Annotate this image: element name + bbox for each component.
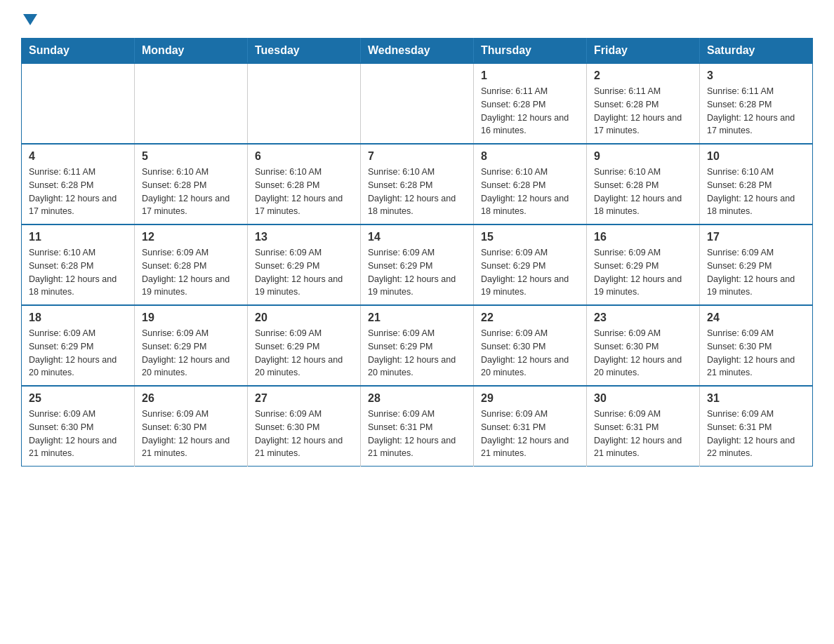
- day-number: 20: [255, 311, 353, 324]
- day-info: Sunrise: 6:10 AMSunset: 6:28 PMDaylight:…: [594, 166, 692, 218]
- calendar-week-row: 25Sunrise: 6:09 AMSunset: 6:30 PMDayligh…: [22, 386, 813, 467]
- calendar-cell: [22, 63, 135, 144]
- day-info: Sunrise: 6:10 AMSunset: 6:28 PMDaylight:…: [29, 246, 127, 299]
- day-number: 26: [142, 392, 240, 405]
- calendar-cell: 15Sunrise: 6:09 AMSunset: 6:29 PMDayligh…: [474, 224, 587, 305]
- day-info: Sunrise: 6:09 AMSunset: 6:29 PMDaylight:…: [368, 327, 466, 380]
- day-info: Sunrise: 6:10 AMSunset: 6:28 PMDaylight:…: [481, 166, 579, 218]
- day-info: Sunrise: 6:09 AMSunset: 6:31 PMDaylight:…: [368, 408, 466, 460]
- calendar-cell: 17Sunrise: 6:09 AMSunset: 6:29 PMDayligh…: [700, 224, 813, 305]
- day-number: 15: [481, 231, 579, 243]
- day-number: 21: [368, 311, 466, 324]
- day-info: Sunrise: 6:09 AMSunset: 6:29 PMDaylight:…: [481, 246, 579, 299]
- day-info: Sunrise: 6:09 AMSunset: 6:29 PMDaylight:…: [29, 327, 127, 380]
- day-info: Sunrise: 6:11 AMSunset: 6:28 PMDaylight:…: [481, 85, 579, 137]
- day-number: 18: [29, 311, 127, 324]
- calendar-cell: 28Sunrise: 6:09 AMSunset: 6:31 PMDayligh…: [361, 386, 474, 467]
- day-number: 16: [594, 231, 692, 243]
- day-info: Sunrise: 6:09 AMSunset: 6:29 PMDaylight:…: [255, 327, 353, 380]
- calendar-week-row: 11Sunrise: 6:10 AMSunset: 6:28 PMDayligh…: [22, 224, 813, 305]
- day-info: Sunrise: 6:09 AMSunset: 6:29 PMDaylight:…: [594, 246, 692, 299]
- header-row: SundayMondayTuesdayWednesdayThursdayFrid…: [22, 39, 813, 64]
- day-number: 9: [594, 150, 692, 163]
- day-info: Sunrise: 6:10 AMSunset: 6:28 PMDaylight:…: [368, 166, 466, 218]
- calendar-header: SundayMondayTuesdayWednesdayThursdayFrid…: [22, 39, 813, 64]
- calendar-cell: 10Sunrise: 6:10 AMSunset: 6:28 PMDayligh…: [700, 144, 813, 224]
- day-info: Sunrise: 6:09 AMSunset: 6:31 PMDaylight:…: [594, 408, 692, 460]
- day-number: 24: [707, 311, 805, 324]
- day-info: Sunrise: 6:09 AMSunset: 6:30 PMDaylight:…: [594, 327, 692, 380]
- day-of-week-header: Thursday: [474, 39, 587, 64]
- page-header: [21, 14, 813, 24]
- day-of-week-header: Wednesday: [361, 39, 474, 64]
- calendar-cell: 2Sunrise: 6:11 AMSunset: 6:28 PMDaylight…: [587, 63, 700, 144]
- day-number: 5: [142, 150, 240, 163]
- logo: [21, 14, 37, 24]
- day-info: Sunrise: 6:09 AMSunset: 6:30 PMDaylight:…: [29, 408, 127, 460]
- day-info: Sunrise: 6:09 AMSunset: 6:31 PMDaylight:…: [707, 408, 805, 460]
- calendar-cell: 1Sunrise: 6:11 AMSunset: 6:28 PMDaylight…: [474, 63, 587, 144]
- calendar-cell: 18Sunrise: 6:09 AMSunset: 6:29 PMDayligh…: [22, 305, 135, 386]
- calendar-cell: 25Sunrise: 6:09 AMSunset: 6:30 PMDayligh…: [22, 386, 135, 467]
- day-of-week-header: Tuesday: [248, 39, 361, 64]
- day-number: 13: [255, 231, 353, 243]
- day-number: 25: [29, 392, 127, 405]
- calendar-cell: 22Sunrise: 6:09 AMSunset: 6:30 PMDayligh…: [474, 305, 587, 386]
- day-number: 10: [707, 150, 805, 163]
- calendar-cell: [135, 63, 248, 144]
- calendar-cell: [361, 63, 474, 144]
- day-info: Sunrise: 6:09 AMSunset: 6:29 PMDaylight:…: [255, 246, 353, 299]
- day-number: 7: [368, 150, 466, 163]
- day-info: Sunrise: 6:09 AMSunset: 6:30 PMDaylight:…: [255, 408, 353, 460]
- day-number: 6: [255, 150, 353, 163]
- calendar-cell: 31Sunrise: 6:09 AMSunset: 6:31 PMDayligh…: [700, 386, 813, 467]
- day-number: 11: [29, 231, 127, 243]
- day-info: Sunrise: 6:09 AMSunset: 6:31 PMDaylight:…: [481, 408, 579, 460]
- day-info: Sunrise: 6:10 AMSunset: 6:28 PMDaylight:…: [707, 166, 805, 218]
- calendar-cell: 12Sunrise: 6:09 AMSunset: 6:28 PMDayligh…: [135, 224, 248, 305]
- calendar-cell: 27Sunrise: 6:09 AMSunset: 6:30 PMDayligh…: [248, 386, 361, 467]
- calendar-cell: 19Sunrise: 6:09 AMSunset: 6:29 PMDayligh…: [135, 305, 248, 386]
- calendar-cell: 26Sunrise: 6:09 AMSunset: 6:30 PMDayligh…: [135, 386, 248, 467]
- day-info: Sunrise: 6:09 AMSunset: 6:29 PMDaylight:…: [368, 246, 466, 299]
- day-info: Sunrise: 6:09 AMSunset: 6:30 PMDaylight:…: [142, 408, 240, 460]
- day-info: Sunrise: 6:09 AMSunset: 6:30 PMDaylight:…: [707, 327, 805, 380]
- day-number: 28: [368, 392, 466, 405]
- day-of-week-header: Saturday: [700, 39, 813, 64]
- day-number: 31: [707, 392, 805, 405]
- calendar-cell: 14Sunrise: 6:09 AMSunset: 6:29 PMDayligh…: [361, 224, 474, 305]
- day-number: 1: [481, 69, 579, 82]
- day-number: 29: [481, 392, 579, 405]
- calendar-cell: 5Sunrise: 6:10 AMSunset: 6:28 PMDaylight…: [135, 144, 248, 224]
- day-info: Sunrise: 6:11 AMSunset: 6:28 PMDaylight:…: [29, 166, 127, 218]
- calendar-table: SundayMondayTuesdayWednesdayThursdayFrid…: [21, 38, 813, 467]
- calendar-body: 1Sunrise: 6:11 AMSunset: 6:28 PMDaylight…: [22, 63, 813, 467]
- calendar-cell: 3Sunrise: 6:11 AMSunset: 6:28 PMDaylight…: [700, 63, 813, 144]
- day-of-week-header: Sunday: [22, 39, 135, 64]
- calendar-cell: 21Sunrise: 6:09 AMSunset: 6:29 PMDayligh…: [361, 305, 474, 386]
- day-number: 12: [142, 231, 240, 243]
- day-number: 22: [481, 311, 579, 324]
- calendar-week-row: 1Sunrise: 6:11 AMSunset: 6:28 PMDaylight…: [22, 63, 813, 144]
- calendar-cell: 24Sunrise: 6:09 AMSunset: 6:30 PMDayligh…: [700, 305, 813, 386]
- day-number: 19: [142, 311, 240, 324]
- calendar-cell: 11Sunrise: 6:10 AMSunset: 6:28 PMDayligh…: [22, 224, 135, 305]
- calendar-cell: 29Sunrise: 6:09 AMSunset: 6:31 PMDayligh…: [474, 386, 587, 467]
- calendar-cell: 9Sunrise: 6:10 AMSunset: 6:28 PMDaylight…: [587, 144, 700, 224]
- calendar-cell: [248, 63, 361, 144]
- day-info: Sunrise: 6:09 AMSunset: 6:29 PMDaylight:…: [707, 246, 805, 299]
- day-of-week-header: Friday: [587, 39, 700, 64]
- calendar-cell: 8Sunrise: 6:10 AMSunset: 6:28 PMDaylight…: [474, 144, 587, 224]
- logo-arrow-icon: [23, 14, 37, 25]
- calendar-cell: 20Sunrise: 6:09 AMSunset: 6:29 PMDayligh…: [248, 305, 361, 386]
- day-number: 23: [594, 311, 692, 324]
- day-of-week-header: Monday: [135, 39, 248, 64]
- day-number: 27: [255, 392, 353, 405]
- calendar-week-row: 18Sunrise: 6:09 AMSunset: 6:29 PMDayligh…: [22, 305, 813, 386]
- calendar-cell: 30Sunrise: 6:09 AMSunset: 6:31 PMDayligh…: [587, 386, 700, 467]
- day-number: 8: [481, 150, 579, 163]
- calendar-cell: 23Sunrise: 6:09 AMSunset: 6:30 PMDayligh…: [587, 305, 700, 386]
- day-number: 4: [29, 150, 127, 163]
- calendar-cell: 16Sunrise: 6:09 AMSunset: 6:29 PMDayligh…: [587, 224, 700, 305]
- day-info: Sunrise: 6:10 AMSunset: 6:28 PMDaylight:…: [255, 166, 353, 218]
